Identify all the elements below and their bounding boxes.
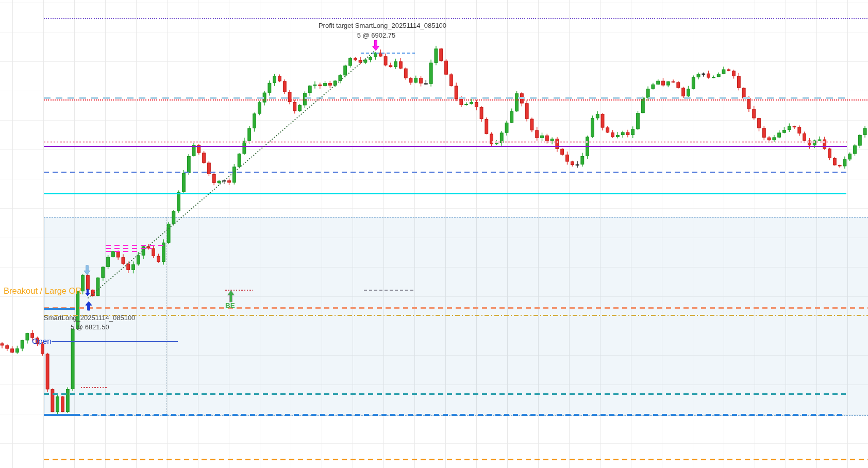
or-low-blue-solid-segment (44, 414, 75, 416)
profit-target-label: Profit target SmartLong_20251114_085100 (304, 22, 461, 30)
entry-label: SmartLong_20251114_085100 (44, 314, 135, 322)
breakeven-gray-dashed-segment (364, 290, 415, 291)
level-pink-dotted (44, 141, 847, 143)
stop-red-dotted-segment (81, 387, 107, 389)
or-low-blue-dashed (75, 414, 846, 416)
stop-teal-dashed (44, 393, 846, 395)
target-line-segment (361, 53, 415, 54)
resistance-magenta-1 (106, 245, 163, 246)
entry-blue-solid-segment (44, 308, 75, 310)
level-red-dotted (44, 99, 868, 101)
profit-target-price-label: 5 @ 6902.75 (302, 31, 451, 40)
breakeven-red-dotted-segment (225, 290, 253, 291)
level-yellow-dashdot (44, 315, 868, 316)
open-price-line (52, 341, 178, 342)
prior-level-lightblue-dashed (44, 97, 846, 99)
vwap-purple-solid (44, 146, 847, 147)
candlestick-chart[interactable]: Profit target SmartLong_20251114_085100 … (0, 0, 868, 468)
entry-orange-dashed (44, 307, 868, 309)
upper-purple-dotted (44, 18, 868, 19)
lower-orange-dashed (44, 459, 868, 460)
candlestick-canvas (0, 0, 868, 468)
open-label: Open (32, 336, 52, 346)
breakout-label: Breakout / Large OR (4, 286, 81, 296)
breakeven-label: BE (225, 302, 235, 310)
entry-price-label: 5 @ 6821.50 (71, 323, 109, 331)
resistance-magenta-2 (106, 248, 152, 249)
level-cyan-solid (44, 193, 846, 194)
level-blue-dashed (44, 172, 846, 173)
resistance-magenta-3 (106, 251, 138, 253)
